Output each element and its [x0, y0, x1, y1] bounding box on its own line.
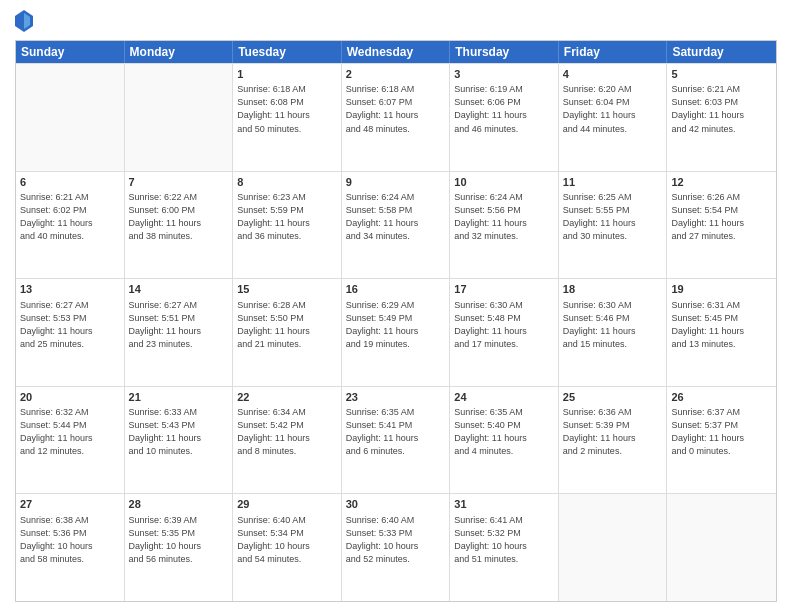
- cal-cell: [667, 494, 776, 601]
- cal-cell: 27Sunrise: 6:38 AM Sunset: 5:36 PM Dayli…: [16, 494, 125, 601]
- day-number: 12: [671, 175, 772, 190]
- cell-info: Sunrise: 6:25 AM Sunset: 5:55 PM Dayligh…: [563, 191, 663, 243]
- header-day-tuesday: Tuesday: [233, 41, 342, 63]
- cal-cell: [125, 64, 234, 171]
- cal-cell: 22Sunrise: 6:34 AM Sunset: 5:42 PM Dayli…: [233, 387, 342, 494]
- cell-info: Sunrise: 6:18 AM Sunset: 6:08 PM Dayligh…: [237, 83, 337, 135]
- cal-cell: 25Sunrise: 6:36 AM Sunset: 5:39 PM Dayli…: [559, 387, 668, 494]
- cell-info: Sunrise: 6:36 AM Sunset: 5:39 PM Dayligh…: [563, 406, 663, 458]
- cal-cell: 31Sunrise: 6:41 AM Sunset: 5:32 PM Dayli…: [450, 494, 559, 601]
- day-number: 22: [237, 390, 337, 405]
- cell-info: Sunrise: 6:20 AM Sunset: 6:04 PM Dayligh…: [563, 83, 663, 135]
- header-day-thursday: Thursday: [450, 41, 559, 63]
- day-number: 11: [563, 175, 663, 190]
- day-number: 6: [20, 175, 120, 190]
- cell-info: Sunrise: 6:37 AM Sunset: 5:37 PM Dayligh…: [671, 406, 772, 458]
- cal-cell: 1Sunrise: 6:18 AM Sunset: 6:08 PM Daylig…: [233, 64, 342, 171]
- cell-info: Sunrise: 6:30 AM Sunset: 5:46 PM Dayligh…: [563, 299, 663, 351]
- cal-cell: 12Sunrise: 6:26 AM Sunset: 5:54 PM Dayli…: [667, 172, 776, 279]
- day-number: 17: [454, 282, 554, 297]
- cell-info: Sunrise: 6:32 AM Sunset: 5:44 PM Dayligh…: [20, 406, 120, 458]
- calendar-body: 1Sunrise: 6:18 AM Sunset: 6:08 PM Daylig…: [16, 63, 776, 601]
- day-number: 26: [671, 390, 772, 405]
- cell-info: Sunrise: 6:29 AM Sunset: 5:49 PM Dayligh…: [346, 299, 446, 351]
- cell-info: Sunrise: 6:38 AM Sunset: 5:36 PM Dayligh…: [20, 514, 120, 566]
- cal-cell: 30Sunrise: 6:40 AM Sunset: 5:33 PM Dayli…: [342, 494, 451, 601]
- day-number: 30: [346, 497, 446, 512]
- cal-cell: 28Sunrise: 6:39 AM Sunset: 5:35 PM Dayli…: [125, 494, 234, 601]
- cal-cell: 20Sunrise: 6:32 AM Sunset: 5:44 PM Dayli…: [16, 387, 125, 494]
- cell-info: Sunrise: 6:24 AM Sunset: 5:56 PM Dayligh…: [454, 191, 554, 243]
- cal-cell: 29Sunrise: 6:40 AM Sunset: 5:34 PM Dayli…: [233, 494, 342, 601]
- cell-info: Sunrise: 6:28 AM Sunset: 5:50 PM Dayligh…: [237, 299, 337, 351]
- cell-info: Sunrise: 6:23 AM Sunset: 5:59 PM Dayligh…: [237, 191, 337, 243]
- day-number: 4: [563, 67, 663, 82]
- cal-cell: 2Sunrise: 6:18 AM Sunset: 6:07 PM Daylig…: [342, 64, 451, 171]
- cell-info: Sunrise: 6:30 AM Sunset: 5:48 PM Dayligh…: [454, 299, 554, 351]
- cell-info: Sunrise: 6:40 AM Sunset: 5:33 PM Dayligh…: [346, 514, 446, 566]
- cal-cell: 14Sunrise: 6:27 AM Sunset: 5:51 PM Dayli…: [125, 279, 234, 386]
- cell-info: Sunrise: 6:27 AM Sunset: 5:53 PM Dayligh…: [20, 299, 120, 351]
- day-number: 19: [671, 282, 772, 297]
- logo: [15, 10, 37, 32]
- cell-info: Sunrise: 6:26 AM Sunset: 5:54 PM Dayligh…: [671, 191, 772, 243]
- header: [15, 10, 777, 32]
- cal-cell: 19Sunrise: 6:31 AM Sunset: 5:45 PM Dayli…: [667, 279, 776, 386]
- calendar-header: SundayMondayTuesdayWednesdayThursdayFrid…: [16, 41, 776, 63]
- cal-row-1: 6Sunrise: 6:21 AM Sunset: 6:02 PM Daylig…: [16, 171, 776, 279]
- cal-cell: 15Sunrise: 6:28 AM Sunset: 5:50 PM Dayli…: [233, 279, 342, 386]
- header-day-sunday: Sunday: [16, 41, 125, 63]
- cal-cell: 9Sunrise: 6:24 AM Sunset: 5:58 PM Daylig…: [342, 172, 451, 279]
- day-number: 29: [237, 497, 337, 512]
- cell-info: Sunrise: 6:35 AM Sunset: 5:40 PM Dayligh…: [454, 406, 554, 458]
- page: SundayMondayTuesdayWednesdayThursdayFrid…: [0, 0, 792, 612]
- cell-info: Sunrise: 6:24 AM Sunset: 5:58 PM Dayligh…: [346, 191, 446, 243]
- cal-cell: 23Sunrise: 6:35 AM Sunset: 5:41 PM Dayli…: [342, 387, 451, 494]
- cal-cell: 4Sunrise: 6:20 AM Sunset: 6:04 PM Daylig…: [559, 64, 668, 171]
- cell-info: Sunrise: 6:21 AM Sunset: 6:02 PM Dayligh…: [20, 191, 120, 243]
- day-number: 2: [346, 67, 446, 82]
- cal-cell: 11Sunrise: 6:25 AM Sunset: 5:55 PM Dayli…: [559, 172, 668, 279]
- header-day-friday: Friday: [559, 41, 668, 63]
- cal-row-2: 13Sunrise: 6:27 AM Sunset: 5:53 PM Dayli…: [16, 278, 776, 386]
- cal-row-0: 1Sunrise: 6:18 AM Sunset: 6:08 PM Daylig…: [16, 63, 776, 171]
- cal-cell: 26Sunrise: 6:37 AM Sunset: 5:37 PM Dayli…: [667, 387, 776, 494]
- day-number: 13: [20, 282, 120, 297]
- cal-cell: 16Sunrise: 6:29 AM Sunset: 5:49 PM Dayli…: [342, 279, 451, 386]
- cal-cell: 6Sunrise: 6:21 AM Sunset: 6:02 PM Daylig…: [16, 172, 125, 279]
- cal-row-4: 27Sunrise: 6:38 AM Sunset: 5:36 PM Dayli…: [16, 493, 776, 601]
- cal-cell: 13Sunrise: 6:27 AM Sunset: 5:53 PM Dayli…: [16, 279, 125, 386]
- day-number: 1: [237, 67, 337, 82]
- day-number: 21: [129, 390, 229, 405]
- cell-info: Sunrise: 6:40 AM Sunset: 5:34 PM Dayligh…: [237, 514, 337, 566]
- cell-info: Sunrise: 6:41 AM Sunset: 5:32 PM Dayligh…: [454, 514, 554, 566]
- logo-icon: [15, 10, 33, 32]
- day-number: 31: [454, 497, 554, 512]
- day-number: 27: [20, 497, 120, 512]
- day-number: 20: [20, 390, 120, 405]
- cell-info: Sunrise: 6:18 AM Sunset: 6:07 PM Dayligh…: [346, 83, 446, 135]
- day-number: 7: [129, 175, 229, 190]
- header-day-wednesday: Wednesday: [342, 41, 451, 63]
- header-day-saturday: Saturday: [667, 41, 776, 63]
- day-number: 18: [563, 282, 663, 297]
- cal-cell: 18Sunrise: 6:30 AM Sunset: 5:46 PM Dayli…: [559, 279, 668, 386]
- cell-info: Sunrise: 6:31 AM Sunset: 5:45 PM Dayligh…: [671, 299, 772, 351]
- cell-info: Sunrise: 6:19 AM Sunset: 6:06 PM Dayligh…: [454, 83, 554, 135]
- cal-cell: 17Sunrise: 6:30 AM Sunset: 5:48 PM Dayli…: [450, 279, 559, 386]
- cal-cell: 7Sunrise: 6:22 AM Sunset: 6:00 PM Daylig…: [125, 172, 234, 279]
- day-number: 14: [129, 282, 229, 297]
- day-number: 8: [237, 175, 337, 190]
- day-number: 5: [671, 67, 772, 82]
- day-number: 16: [346, 282, 446, 297]
- day-number: 24: [454, 390, 554, 405]
- header-day-monday: Monday: [125, 41, 234, 63]
- day-number: 25: [563, 390, 663, 405]
- cal-row-3: 20Sunrise: 6:32 AM Sunset: 5:44 PM Dayli…: [16, 386, 776, 494]
- cell-info: Sunrise: 6:21 AM Sunset: 6:03 PM Dayligh…: [671, 83, 772, 135]
- calendar: SundayMondayTuesdayWednesdayThursdayFrid…: [15, 40, 777, 602]
- day-number: 3: [454, 67, 554, 82]
- day-number: 9: [346, 175, 446, 190]
- cal-cell: 3Sunrise: 6:19 AM Sunset: 6:06 PM Daylig…: [450, 64, 559, 171]
- cal-cell: 24Sunrise: 6:35 AM Sunset: 5:40 PM Dayli…: [450, 387, 559, 494]
